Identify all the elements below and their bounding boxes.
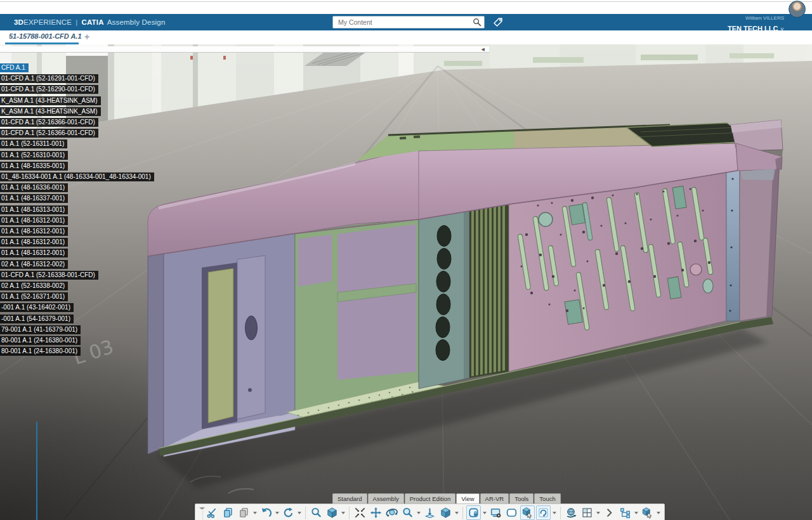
display-settings-icon	[490, 507, 502, 519]
update-button[interactable]	[281, 505, 296, 520]
capture-button[interactable]	[466, 505, 481, 520]
zoom-button[interactable]	[400, 505, 415, 520]
action-tab-view[interactable]: View	[456, 493, 479, 504]
update-icon	[282, 507, 294, 519]
new-tab-button[interactable]: +	[84, 32, 89, 42]
rotate-view-dropdown-arrow[interactable]	[553, 512, 556, 514]
tree-item[interactable]: 01-CFD A.1 (52-16366-001-CFD)	[0, 118, 98, 127]
tree-item-selected[interactable]: CFD A.1	[0, 63, 29, 72]
tree-item[interactable]: 01 A.1 (48-16337-001)	[0, 194, 68, 203]
manipulate-dropdown-arrow[interactable]	[657, 512, 660, 514]
tree-item[interactable]: 01 A.1 (48-16336-001)	[0, 183, 68, 192]
tag-icon	[492, 16, 504, 28]
tree-item[interactable]: 01 A.1 (48-16312-001)	[0, 238, 68, 247]
tree-item[interactable]: 02 A.1 (48-16312-002)	[0, 260, 68, 269]
more-tools-button[interactable]	[602, 505, 617, 520]
pan-button[interactable]	[369, 505, 383, 520]
tree-item[interactable]: 79-001 A.1 (41-16379-001)	[0, 325, 81, 334]
select-box-button[interactable]	[520, 505, 535, 520]
tree-item[interactable]: 01 A.1 (48-16335-001)	[0, 162, 68, 171]
rotate-button[interactable]	[384, 505, 399, 520]
zoom-icon	[402, 507, 414, 519]
tree-item[interactable]: -001 A.1 (54-16379-001)	[0, 315, 74, 323]
tree-item[interactable]: 01-CFD A.1 (52-16290-001-CFD)	[0, 85, 98, 94]
action-tab-assembly[interactable]: Assembly	[368, 493, 404, 504]
view-cube-dropdown-arrow[interactable]	[455, 512, 459, 514]
action-tab-touch[interactable]: Touch	[534, 493, 560, 504]
tree-item[interactable]: 01-CFD A.1 (52-16366-001-CFD)	[0, 129, 98, 138]
undo-button[interactable]	[259, 505, 273, 520]
capture-dropdown-arrow[interactable]	[483, 512, 487, 514]
search-icon[interactable]	[473, 18, 481, 27]
tree-scroll-left-arrow[interactable]: ◀	[481, 46, 485, 52]
toolbar-group-separator	[305, 507, 306, 519]
action-tab-tools[interactable]: Tools	[509, 493, 534, 504]
toolbar-handle[interactable]	[198, 506, 203, 520]
action-bar-tabs: StandardAssemblyProduct EditionViewAR-VR…	[332, 493, 561, 504]
global-search-input[interactable]	[332, 16, 485, 29]
tree-item[interactable]: 01 A.1 (52-16311-001)	[0, 140, 67, 148]
tree-item[interactable]: 01 A.1 (52-16371-001)	[0, 292, 68, 301]
6wtags-button[interactable]	[492, 16, 504, 29]
tree-item[interactable]: 02 A.1 (52-16338-002)	[0, 282, 68, 290]
action-tab-standard[interactable]: Standard	[332, 493, 367, 504]
copy-icon	[222, 507, 234, 519]
user-organization: TEN TECH LLC	[728, 25, 778, 32]
iso-view-dropdown-arrow[interactable]	[341, 512, 345, 514]
tree-item[interactable]: 01 A.1 (48-16313-001)	[0, 205, 68, 214]
iso-view-icon	[326, 507, 338, 519]
iso-view-button[interactable]	[325, 505, 339, 520]
document-tab[interactable]: 51-15788-001-CFD A.1	[9, 32, 82, 40]
search-button[interactable]	[309, 505, 324, 520]
display-settings-button[interactable]	[488, 505, 503, 520]
user-avatar[interactable]	[789, 1, 806, 18]
rotate-view-button[interactable]	[536, 505, 551, 520]
full-screen-button[interactable]	[504, 505, 519, 520]
user-menu[interactable]: William VILLERS TEN TECH LLC∨	[728, 15, 784, 34]
tree-item[interactable]: 01_48-16334-001 A.1 (48-16334-001_48-163…	[0, 172, 154, 181]
manipulate-button[interactable]	[640, 505, 655, 520]
tree-item[interactable]: -001 A.1 (43-16402-001)	[0, 303, 74, 312]
3d-scene[interactable]: 7 L 03	[0, 44, 812, 520]
toolbar-group-separator	[560, 507, 561, 519]
tree-item[interactable]: 01 A.1 (52-16310-001)	[0, 151, 68, 160]
tree-item[interactable]: 01-CFD A.1 (52-16291-001-CFD)	[0, 74, 98, 83]
action-bar	[195, 504, 665, 520]
design-tree-dropdown-arrow[interactable]	[634, 512, 638, 514]
paste-dropdown-arrow[interactable]	[253, 512, 257, 514]
cut-button[interactable]	[205, 505, 219, 520]
zoom-dropdown-arrow[interactable]	[417, 512, 421, 514]
action-tab-product-edition[interactable]: Product Edition	[405, 493, 455, 504]
tree-item[interactable]: 01 A.1 (48-16312-001)	[0, 216, 68, 225]
tree-item[interactable]: 01-CFD A.1 (52-16338-001-CFD)	[0, 271, 98, 280]
app-module-title: Assembly Design	[107, 18, 166, 26]
undo-icon	[260, 507, 272, 519]
quad-view-dropdown-arrow[interactable]	[596, 512, 600, 514]
tree-item[interactable]: 01 A.1 (48-16312-001)	[0, 227, 68, 236]
search-icon	[310, 507, 322, 519]
tree-scroll-strip[interactable]: ◀	[0, 46, 489, 53]
tree-item[interactable]: 80-001 A.1 (24-16380-001)	[0, 336, 81, 345]
app-brand: 3DEXPERIENCE | CATIA Assembly Design	[14, 14, 166, 30]
undo-dropdown-arrow[interactable]	[275, 512, 279, 514]
quad-view-button[interactable]	[580, 505, 594, 520]
fit-all-button[interactable]	[353, 505, 367, 520]
tree-item[interactable]: K_ASM A.1 (43-HEATSINK_ASM)	[0, 96, 101, 105]
tree-item[interactable]: 01 A.1 (48-16312-001)	[0, 249, 68, 257]
tree-item[interactable]: 80-001 A.1 (24-16380-001)	[0, 347, 81, 356]
normal-view-button[interactable]	[422, 505, 437, 520]
design-tree-button[interactable]	[618, 505, 632, 520]
document-tab-bar: 51-15788-001-CFD A.1 +	[0, 30, 812, 44]
update-dropdown-arrow[interactable]	[298, 512, 301, 514]
fit-all-icon	[354, 507, 366, 519]
paste-button[interactable]	[237, 505, 251, 520]
brand-3d: 3D	[14, 18, 23, 26]
tree-item[interactable]: K_ASM A.1 (43-HEATSINK_ASM)	[0, 107, 101, 116]
action-tab-ar-vr[interactable]: AR-VR	[480, 493, 509, 504]
copy-button[interactable]	[221, 505, 235, 520]
world-refresh-button[interactable]	[564, 505, 579, 520]
view-cube-button[interactable]	[438, 505, 453, 520]
3d-viewport[interactable]: 7 L 03	[0, 44, 812, 520]
active-tab-underline	[5, 42, 79, 44]
brand-experience: EXPERIENCE	[23, 18, 72, 26]
